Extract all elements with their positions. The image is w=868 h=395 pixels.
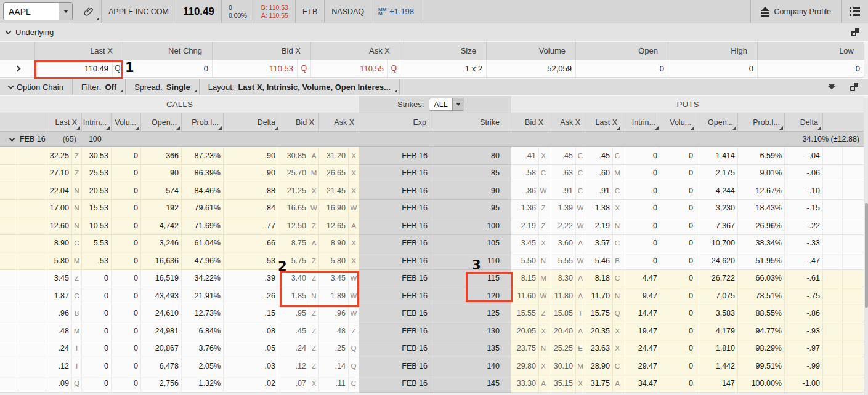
put-last-cell[interactable]: .91 xyxy=(585,182,613,200)
header-strike[interactable]: Strike xyxy=(431,113,511,132)
call-last-cell[interactable]: 3.45 xyxy=(46,270,72,288)
call-ask-cell[interactable]: .48 xyxy=(319,322,349,340)
calls-header-delta[interactable]: Delta xyxy=(224,113,280,132)
call-last-cell[interactable]: 17.00 xyxy=(46,200,72,218)
put-bid-cell[interactable]: 23.75 xyxy=(511,340,539,358)
put-last-cell[interactable]: 15.75 xyxy=(585,305,613,323)
call-bid-cell[interactable]: .45 xyxy=(280,322,309,340)
put-last-cell[interactable]: 23.63 xyxy=(585,340,613,358)
put-bid-cell[interactable]: 2.19 xyxy=(511,217,539,235)
link-gadget-button[interactable] xyxy=(76,0,102,23)
call-last-cell[interactable]: 8.90 xyxy=(46,235,72,253)
put-ask-cell[interactable]: 25.25 xyxy=(548,340,576,358)
vertical-scrollbar[interactable] xyxy=(864,98,868,395)
call-bid-cell[interactable]: 12.50 xyxy=(280,217,309,235)
menu-button[interactable] xyxy=(842,0,868,23)
put-ask-cell[interactable]: 11.80 xyxy=(548,287,576,305)
puts-header-volume[interactable]: Volu... xyxy=(660,113,696,132)
put-bid-cell[interactable]: 29.80 xyxy=(511,357,539,375)
call-bid-cell[interactable]: .07 xyxy=(280,375,309,393)
calls-header-open-interest[interactable]: Open... xyxy=(141,113,182,132)
double-chevron-icon[interactable] xyxy=(828,84,835,89)
call-last-cell[interactable]: 1.87 xyxy=(46,287,72,305)
put-ask-cell[interactable]: 8.30 xyxy=(548,270,576,288)
filter-menu-button[interactable]: Filter: Off xyxy=(73,79,126,95)
call-last-cell[interactable]: 12.60 xyxy=(46,217,72,235)
put-ask-cell[interactable]: 30.10 xyxy=(548,357,576,375)
call-last-cell[interactable]: .12 xyxy=(46,357,72,375)
call-ask-cell[interactable]: 1.89 xyxy=(319,287,349,305)
spread-menu-button[interactable]: Spread: Single xyxy=(126,79,200,95)
option-chain-collapse[interactable]: Option Chain xyxy=(0,79,73,95)
put-last-cell[interactable]: 1.38 xyxy=(585,200,613,218)
put-last-cell[interactable]: .60 xyxy=(585,165,613,183)
put-ask-cell[interactable]: .91 xyxy=(548,182,576,200)
put-bid-cell[interactable]: 5.50 xyxy=(511,252,539,270)
call-bid-cell[interactable]: 5.75 xyxy=(280,252,309,270)
puts-header-open-interest[interactable]: Open... xyxy=(696,113,738,132)
detach-icon[interactable] xyxy=(851,28,859,36)
put-ask-cell[interactable]: 5.55 xyxy=(548,252,576,270)
call-ask-cell[interactable]: 26.65 xyxy=(319,165,349,183)
call-last-cell[interactable]: 22.04 xyxy=(46,182,72,200)
symbol-combo[interactable]: AAPL xyxy=(3,2,73,20)
put-ask-cell[interactable]: .45 xyxy=(548,147,576,165)
put-ask-cell[interactable]: 1.39 xyxy=(548,200,576,218)
call-last-cell[interactable]: .09 xyxy=(46,375,72,393)
put-last-cell[interactable]: 11.70 xyxy=(585,287,613,305)
company-profile-button[interactable]: Company Profile xyxy=(751,0,842,23)
put-bid-cell[interactable]: 3.45 xyxy=(511,235,539,253)
call-last-cell[interactable]: .96 xyxy=(46,305,72,323)
put-bid-cell[interactable]: .86 xyxy=(511,182,539,200)
put-bid-cell[interactable]: 15.55 xyxy=(511,305,539,323)
call-bid-cell[interactable]: 30.85 xyxy=(280,147,309,165)
put-ask-cell[interactable]: 15.85 xyxy=(548,305,576,323)
call-bid-cell[interactable]: 3.40 xyxy=(280,270,309,288)
call-ask-cell[interactable]: 8.90 xyxy=(319,235,349,253)
call-bid-cell[interactable]: 8.75 xyxy=(280,235,309,253)
underlying-bid-value[interactable]: 110.53 xyxy=(213,60,298,77)
call-bid-cell[interactable]: .24 xyxy=(280,340,309,358)
put-last-cell[interactable]: 3.57 xyxy=(585,235,613,253)
put-ask-cell[interactable]: .63 xyxy=(548,165,576,183)
put-last-cell[interactable]: 20.35 xyxy=(585,322,613,340)
put-last-cell[interactable]: 5.46 xyxy=(585,252,613,270)
put-bid-cell[interactable]: .41 xyxy=(511,147,539,165)
put-last-cell[interactable]: 8.18 xyxy=(585,270,613,288)
put-last-cell[interactable]: 2.19 xyxy=(585,217,613,235)
calls-header-ask[interactable]: Ask X xyxy=(319,113,359,132)
call-ask-cell[interactable]: 16.90 xyxy=(319,200,349,218)
call-bid-cell[interactable]: 25.70 xyxy=(280,165,309,183)
put-last-cell[interactable]: 28.90 xyxy=(585,357,613,375)
call-ask-cell[interactable]: 3.45 xyxy=(319,270,349,288)
call-last-cell[interactable]: 27.10 xyxy=(46,165,72,183)
calls-header-bid[interactable]: Bid X xyxy=(280,113,319,132)
strikes-dropdown-button[interactable] xyxy=(452,98,464,110)
put-bid-cell[interactable]: 20.05 xyxy=(511,322,539,340)
put-bid-cell[interactable]: 33.30 xyxy=(511,375,539,393)
put-last-cell[interactable]: 31.75 xyxy=(585,375,613,393)
put-ask-cell[interactable]: 35.15 xyxy=(548,375,576,393)
call-bid-cell[interactable]: .12 xyxy=(280,357,309,375)
call-ask-cell[interactable]: .11 xyxy=(319,375,349,393)
call-ask-cell[interactable]: .14 xyxy=(319,357,349,375)
scrollbar-thumb[interactable] xyxy=(865,203,868,308)
call-ask-cell[interactable]: 21.45 xyxy=(319,182,349,200)
call-ask-cell[interactable]: .25 xyxy=(319,340,349,358)
detach-icon[interactable] xyxy=(850,83,858,91)
call-bid-cell[interactable]: 21.25 xyxy=(280,182,309,200)
underlying-ask-value[interactable]: 110.55 xyxy=(311,60,388,77)
puts-header-delta[interactable]: Delta xyxy=(785,113,823,132)
expiration-group-row[interactable]: FEB 16 (65) 100 34.10% (±12.88) xyxy=(0,132,864,147)
call-ask-cell[interactable]: 12.65 xyxy=(319,217,349,235)
symbol-input[interactable]: AAPL xyxy=(4,3,59,20)
call-last-cell[interactable]: 5.80 xyxy=(46,252,72,270)
put-last-cell[interactable]: .45 xyxy=(585,147,613,165)
puts-header-last[interactable]: Last X xyxy=(585,113,622,132)
put-bid-cell[interactable]: .58 xyxy=(511,165,539,183)
puts-header-prob-itm[interactable]: Prob.I... xyxy=(738,113,785,132)
call-last-cell[interactable]: 32.25 xyxy=(46,147,72,165)
strikes-combo[interactable]: ALL xyxy=(429,98,464,111)
calls-header-intrinsic[interactable]: Intrin... xyxy=(82,113,112,132)
symbol-dropdown-button[interactable] xyxy=(59,3,72,20)
